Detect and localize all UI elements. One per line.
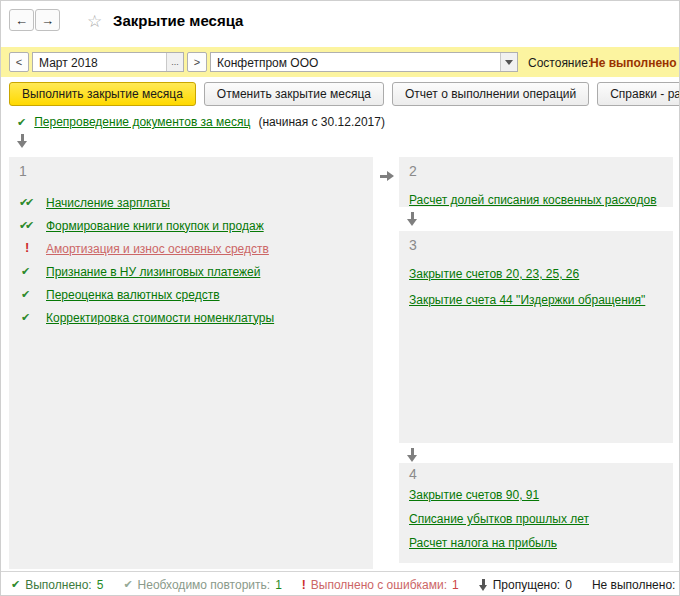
period-picker-button[interactable]: ... <box>166 53 183 71</box>
period-field[interactable]: Март 2018 ... <box>32 52 184 72</box>
month-closing-window: ← → ☆ Закрытие месяца < Март 2018 ... > … <box>0 0 680 596</box>
status-label: Состояние: <box>528 56 591 70</box>
certificates-calculations-button[interactable]: Справки - расчеты <box>597 82 680 106</box>
operation-row: Расчет налога на прибыль <box>409 531 667 555</box>
reposting-documents-link[interactable]: Перепроведение документов за месяц <box>34 115 250 129</box>
stage-number: 2 <box>409 163 417 179</box>
stage-1-panel: 1 Начисление зарплаты Формирование книги… <box>9 157 373 569</box>
double-check-icon <box>19 218 37 233</box>
check-icon: ✔ <box>17 116 26 129</box>
previous-month-button[interactable]: < <box>9 52 29 72</box>
stage-2-panel: 2 Расчет долей списания косвенных расход… <box>399 157 673 207</box>
favorite-star-icon[interactable]: ☆ <box>87 11 102 32</box>
check-icon: ✔ <box>123 578 132 591</box>
operation-row: Расчет долей списания косвенных расходов <box>409 187 667 213</box>
check-icon <box>19 310 37 325</box>
operation-link[interactable]: Переоценка валютных средств <box>46 288 220 302</box>
status-value: Не выполнено <box>590 56 677 70</box>
status-repeat-value: 1 <box>275 578 282 592</box>
operation-link[interactable]: Корректировка стоимости номенклатуры <box>46 311 274 325</box>
perform-closing-button[interactable]: Выполнить закрытие месяца <box>9 82 196 106</box>
flow-down-arrow-icon <box>17 134 28 148</box>
operation-link[interactable]: Расчет налога на прибыль <box>409 536 557 550</box>
stage-number: 1 <box>19 163 27 179</box>
operation-link[interactable]: Закрытие счетов 90, 91 <box>409 488 539 502</box>
status-done: ✔ Выполнено: 5 <box>11 578 103 592</box>
flow-right-arrow-icon <box>380 171 394 182</box>
actions-toolbar: Выполнить закрытие месяца Отменить закры… <box>9 82 680 108</box>
operation-link[interactable]: Списание убытков прошлых лет <box>409 512 589 526</box>
operations-report-button[interactable]: Отчет о выполнении операций <box>392 82 589 106</box>
operation-row: Списание убытков прошлых лет <box>409 507 667 531</box>
forward-button[interactable]: → <box>35 9 60 31</box>
status-repeat-label: Необходимо повторить: <box>138 578 271 592</box>
period-toolbar: < Март 2018 ... > Конфетпром ООО Состоян… <box>1 47 679 77</box>
operation-link[interactable]: Расчет долей списания косвенных расходов <box>409 193 657 207</box>
status-skipped: Пропущено: 0 <box>479 578 572 592</box>
operation-row: Формирование книги покупок и продаж <box>19 214 367 237</box>
page-title: Закрытие месяца <box>113 12 243 29</box>
status-errors: ! Выполнено с ошибками: 1 <box>302 578 459 592</box>
organization-dropdown-button[interactable] <box>500 53 517 71</box>
reposting-note: (начиная с 30.12.2017) <box>258 115 385 129</box>
reposting-row: ✔ Перепроведение документов за месяц (на… <box>17 115 385 129</box>
chevron-down-icon <box>505 60 513 65</box>
operation-row: Закрытие счетов 90, 91 <box>409 483 667 507</box>
cancel-closing-button[interactable]: Отменить закрытие месяца <box>204 82 384 106</box>
status-errors-label: Выполнено с ошибками: <box>311 578 447 592</box>
operation-row: Корректировка стоимости номенклатуры <box>19 306 367 329</box>
status-done-value: 5 <box>97 578 104 592</box>
organization-select[interactable]: Конфетпром ООО <box>210 52 518 72</box>
back-button[interactable]: ← <box>9 9 34 31</box>
double-check-icon <box>19 195 37 210</box>
down-arrow-icon <box>479 579 488 591</box>
operation-row: Закрытие счетов 20, 23, 25, 26 <box>409 261 667 287</box>
operation-link[interactable]: Закрытие счетов 20, 23, 25, 26 <box>409 267 579 281</box>
status-errors-value: 1 <box>452 578 459 592</box>
operation-link[interactable]: Начисление зарплаты <box>46 196 170 210</box>
operation-link[interactable]: Амортизация и износ основных средств <box>46 242 269 256</box>
check-icon <box>19 264 37 279</box>
check-icon: ✔ <box>11 578 20 591</box>
operation-link[interactable]: Формирование книги покупок и продаж <box>46 219 264 233</box>
status-bar: ✔ Выполнено: 5 ✔ Необходимо повторить: 1… <box>1 571 679 596</box>
operation-row: Признание в НУ лизинговых платежей <box>19 260 367 283</box>
titlebar: ← → ☆ Закрытие месяца <box>1 1 679 45</box>
status-repeat: ✔ Необходимо повторить: 1 <box>123 578 281 592</box>
stage-number: 3 <box>409 237 417 253</box>
check-icon <box>19 287 37 302</box>
status-done-label: Выполнено: <box>25 578 91 592</box>
stage-4-panel: 4 Закрытие счетов 90, 91 Списание убытко… <box>399 463 673 563</box>
error-exclamation-icon <box>19 241 37 256</box>
operation-row: Переоценка валютных средств <box>19 283 367 306</box>
flow-down-arrow-icon <box>407 212 418 226</box>
period-value: Март 2018 <box>39 56 98 70</box>
status-notdone: Не выполнено: 6 <box>592 578 680 592</box>
status-skipped-label: Пропущено: <box>493 578 561 592</box>
stage-number: 4 <box>409 466 417 482</box>
operation-link[interactable]: Признание в НУ лизинговых платежей <box>46 265 260 279</box>
stage-3-panel: 3 Закрытие счетов 20, 23, 25, 26 Закрыти… <box>399 231 673 443</box>
flow-down-arrow-icon <box>407 448 418 462</box>
operation-row: Закрытие счета 44 "Издержки обращения" <box>409 287 667 313</box>
status-notdone-label: Не выполнено: <box>592 578 676 592</box>
organization-value: Конфетпром ООО <box>217 56 318 70</box>
error-exclamation-icon: ! <box>302 578 306 592</box>
status-skipped-value: 0 <box>565 578 572 592</box>
operation-link[interactable]: Закрытие счета 44 "Издержки обращения" <box>409 293 645 307</box>
next-month-button[interactable]: > <box>187 52 207 72</box>
operation-row: Амортизация и износ основных средств <box>19 237 367 260</box>
operation-row: Начисление зарплаты <box>19 191 367 214</box>
